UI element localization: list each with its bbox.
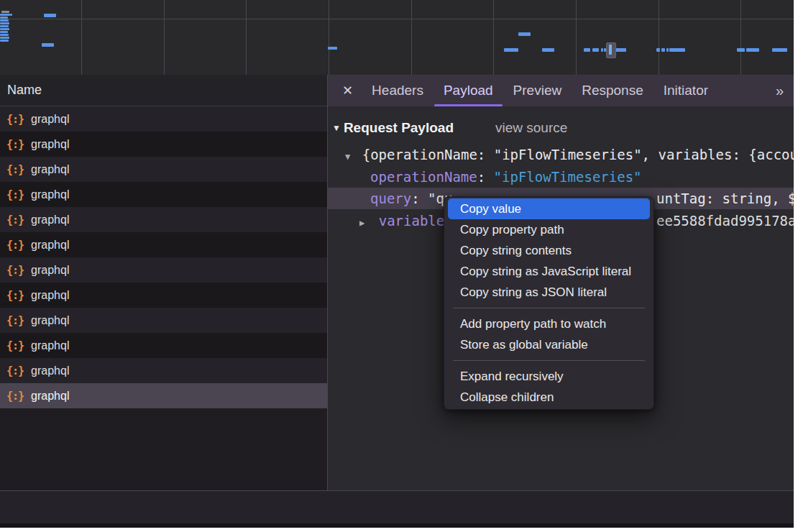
menu-item-store-global[interactable]: Store as global variable: [448, 334, 650, 355]
expanded-triangle-icon[interactable]: ▼: [345, 152, 350, 162]
waterfall-bar: [542, 48, 554, 52]
view-source-link[interactable]: view source: [495, 120, 567, 136]
waterfall-bar: [592, 48, 599, 52]
timeline-gridline: [576, 0, 577, 75]
summary-footer: [0, 490, 794, 528]
request-name: graphql: [31, 239, 69, 252]
json-file-icon: {:}: [6, 214, 24, 226]
waterfall-bar: [504, 48, 518, 52]
waterfall-bar: [669, 48, 685, 52]
request-row[interactable]: {:} graphql: [0, 182, 327, 207]
request-name: graphql: [31, 113, 69, 126]
waterfall-bar: [584, 48, 590, 52]
timeline-gridline: [740, 0, 741, 75]
request-name: graphql: [31, 214, 69, 226]
menu-item-copy-json-literal[interactable]: Copy string as JSON literal: [448, 282, 650, 303]
json-file-icon: {:}: [6, 390, 24, 403]
request-row[interactable]: {:} graphql: [0, 157, 327, 182]
waterfall-bar: [615, 48, 626, 52]
devtools-network-panel: Name {:} graphql {:} graphql {:} graphql…: [0, 0, 794, 528]
request-row[interactable]: {:} graphql: [0, 132, 327, 157]
request-payload-section[interactable]: ▼ Request Payload view source: [328, 116, 567, 139]
waterfall-bar: [328, 47, 337, 50]
json-file-icon: {:}: [6, 188, 24, 201]
menu-item-collapse-children[interactable]: Collapse children: [448, 387, 650, 408]
section-title: Request Payload: [344, 120, 454, 136]
request-name: graphql: [31, 390, 69, 403]
waterfall-bar: [746, 48, 759, 52]
payload-root-row[interactable]: ▼ {operationName: "ipFlowTimeseries", va…: [328, 144, 794, 165]
request-name: graphql: [31, 188, 69, 201]
name-column-header[interactable]: Name: [0, 75, 327, 106]
tab-preview[interactable]: Preview: [513, 75, 562, 106]
operation-name-row[interactable]: operationName: "ipFlowTimeseries": [328, 166, 794, 188]
menu-separator: [453, 308, 645, 308]
waterfall-bar: [0, 34, 9, 36]
timeline-gridline: [246, 0, 247, 75]
json-file-icon: {:}: [6, 264, 24, 277]
request-row[interactable]: {:} graphql: [0, 383, 327, 408]
context-menu: Copy value Copy property path Copy strin…: [444, 196, 654, 410]
tab-headers[interactable]: Headers: [372, 75, 423, 106]
menu-item-copy-value[interactable]: Copy value: [448, 198, 650, 219]
request-row[interactable]: {:} graphql: [0, 358, 327, 383]
tab-initiator[interactable]: Initiator: [664, 75, 708, 106]
waterfall-bar: [0, 17, 8, 19]
waterfall-bar: [656, 48, 660, 52]
network-overview-waterfall[interactable]: [0, 0, 794, 75]
timeline-gridline: [81, 0, 82, 75]
waterfall-bar: [0, 25, 9, 27]
menu-item-copy-js-literal[interactable]: Copy string as JavaScript literal: [448, 261, 650, 282]
waterfall-bar: [772, 48, 787, 52]
collapsed-triangle-icon[interactable]: ▶: [359, 218, 364, 228]
request-list: {:} graphql {:} graphql {:} graphql {:} …: [0, 106, 327, 490]
waterfall-bar: [661, 48, 665, 52]
request-name: graphql: [31, 339, 69, 352]
request-name: graphql: [31, 314, 69, 327]
waterfall-bar: [0, 19, 9, 22]
waterfall-bar: [666, 48, 669, 52]
timeline-gridline: [659, 0, 659, 75]
object-preview-text: {operationName: "ipFlowTimeseries", vari…: [362, 147, 794, 162]
request-row[interactable]: {:} graphql: [0, 308, 327, 333]
waterfall-bar: [1, 11, 9, 13]
json-file-icon: {:}: [6, 339, 24, 352]
menu-separator: [453, 360, 645, 361]
tab-payload[interactable]: Payload: [444, 75, 493, 106]
json-file-icon: {:}: [6, 138, 24, 151]
request-row[interactable]: {:} graphql: [0, 283, 327, 308]
timeline-gridline: [0, 19, 794, 19]
waterfall-bar: [0, 31, 8, 33]
waterfall-bar: [0, 37, 9, 39]
json-file-icon: {:}: [6, 289, 24, 302]
waterfall-bar: [44, 14, 56, 17]
request-row[interactable]: {:} graphql: [0, 257, 327, 283]
request-name: graphql: [31, 364, 69, 377]
request-row[interactable]: {:} graphql: [0, 333, 327, 358]
request-row[interactable]: {:} graphql: [0, 207, 327, 232]
tab-response[interactable]: Response: [582, 75, 643, 106]
request-name: graphql: [31, 264, 69, 277]
request-row[interactable]: {:} graphql: [0, 106, 327, 132]
section-collapse-triangle-icon[interactable]: ▼: [332, 123, 341, 133]
menu-item-copy-property-path[interactable]: Copy property path: [448, 219, 650, 240]
json-file-icon: {:}: [6, 314, 24, 327]
json-file-icon: {:}: [6, 239, 24, 252]
request-name: graphql: [31, 289, 69, 302]
menu-item-add-watch[interactable]: Add property path to watch: [448, 313, 650, 334]
query-value-fragment: untTag: string, $f: [656, 188, 794, 209]
timeline-gridline: [164, 0, 165, 75]
more-tabs-button[interactable]: »: [776, 75, 794, 106]
property-value-string: "ipFlowTimeseries": [494, 169, 642, 185]
property-key: variables: [379, 213, 453, 229]
request-row[interactable]: {:} graphql: [0, 232, 327, 257]
waterfall-bar: [0, 40, 9, 42]
menu-item-expand-recursively[interactable]: Expand recursively: [448, 366, 650, 387]
property-key: query: [370, 191, 411, 206]
waterfall-bar: [10, 14, 12, 16]
waterfall-bar: [0, 28, 9, 30]
property-key: operationName: [370, 169, 477, 185]
menu-item-copy-string-contents[interactable]: Copy string contents: [448, 240, 650, 261]
close-detail-button[interactable]: ✕: [328, 75, 362, 106]
json-file-icon: {:}: [6, 163, 24, 176]
